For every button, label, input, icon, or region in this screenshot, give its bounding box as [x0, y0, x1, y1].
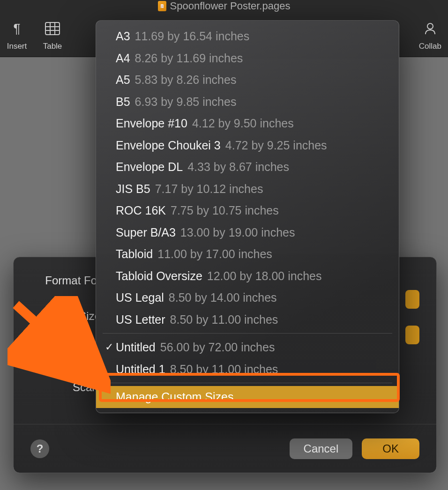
svg-point-5 [427, 23, 433, 29]
menu-item-name: Untitled [116, 340, 156, 355]
dialog-footer: ? Cancel OK [14, 424, 436, 473]
menu-item-name: A5 [116, 72, 130, 88]
menu-item[interactable]: Envelope Choukei 34.72 by 9.25 inches [96, 134, 399, 156]
menu-item-name: Tabloid Oversize [116, 268, 202, 284]
menu-item-dims: 4.33 by 8.67 inches [187, 159, 289, 175]
menu-item-name: ROC 16K [116, 203, 166, 218]
window-title: Spoonflower Poster.pages [170, 0, 291, 12]
menu-item-dims: 8.50 by 11.00 inches [170, 312, 278, 327]
menu-item-name: Untitled 1 [116, 362, 165, 377]
menu-item-dims: 56.00 by 72.00 inches [160, 340, 275, 355]
menu-separator [103, 383, 392, 383]
collab-label: Collab [419, 42, 441, 51]
document-icon [158, 1, 166, 11]
menu-item-dims: 7.17 by 10.12 inches [155, 181, 263, 197]
menu-item[interactable]: B56.93 by 9.85 inches [96, 91, 399, 113]
menu-item[interactable]: A48.26 by 11.69 inches [96, 47, 399, 69]
menu-item-dims: 8.26 by 11.69 inches [135, 51, 243, 66]
menu-item-dims: 4.12 by 9.50 inches [192, 116, 294, 131]
menu-item-dims: 4.72 by 9.25 inches [225, 138, 327, 153]
menu-item-name: Envelope #10 [116, 116, 187, 131]
menu-item[interactable]: Tabloid Oversize12.00 by 18.00 inches [96, 265, 399, 287]
menu-item-dims: 5.83 by 8.26 inches [135, 72, 237, 88]
scale-label: Scale [30, 381, 101, 394]
format-for-label: Format For [30, 274, 101, 287]
svg-rect-0 [45, 22, 60, 35]
menu-item[interactable]: Super B/A313.00 by 19.00 inches [96, 222, 399, 244]
menu-item-name: Super B/A3 [116, 225, 176, 240]
menu-item-dims: 13.00 by 19.00 inches [180, 225, 295, 240]
menu-item-dims: 12.00 by 18.00 inches [207, 268, 322, 284]
paragraph-icon: ¶ [7, 18, 27, 39]
help-button[interactable]: ? [30, 439, 49, 458]
menu-item-manage-custom-sizes[interactable]: Manage Custom Sizes… [96, 386, 399, 408]
menu-item-name: A3 [116, 29, 130, 44]
collaborate-icon [420, 18, 441, 39]
menu-item-name: JIS B5 [116, 181, 150, 197]
menu-item-dims: 8.50 by 11.00 inches [170, 362, 278, 377]
menu-item[interactable]: JIS B57.17 by 10.12 inches [96, 178, 399, 200]
menu-item-dims: 11.69 by 16.54 inches [135, 29, 250, 44]
paper-size-label: Paper Size [30, 310, 101, 323]
table-button[interactable]: Table [42, 18, 63, 51]
menu-item[interactable]: US Letter8.50 by 11.00 inches [96, 309, 399, 331]
menu-item-dims: 11.00 by 17.00 inches [157, 246, 272, 262]
checkmark-icon: ✓ [103, 341, 116, 354]
menu-item[interactable]: ✓Untitled56.00 by 72.00 inches [96, 336, 399, 358]
menu-separator [103, 333, 392, 334]
menu-item[interactable]: Untitled 18.50 by 11.00 inches [96, 358, 399, 380]
orientation-label: Orientation [30, 345, 101, 358]
table-label: Table [43, 42, 62, 51]
menu-item-name: B5 [116, 94, 130, 110]
table-icon [42, 18, 63, 39]
menu-item-dims: 6.93 by 9.85 inches [135, 94, 237, 110]
menu-item-name: Tabloid [116, 246, 153, 262]
menu-item[interactable]: A55.83 by 8.26 inches [96, 69, 399, 91]
menu-item[interactable]: ROC 16K7.75 by 10.75 inches [96, 200, 399, 222]
ok-button[interactable]: OK [362, 438, 419, 459]
menu-item-name: US Letter [116, 312, 165, 327]
paper-size-popup[interactable] [405, 326, 419, 344]
menu-item[interactable]: US Legal8.50 by 14.00 inches [96, 287, 399, 309]
menu-item-name: Envelope DL [116, 159, 183, 175]
format-for-popup[interactable] [405, 290, 419, 309]
menu-item[interactable]: Tabloid11.00 by 17.00 inches [96, 243, 399, 265]
menu-item[interactable]: Envelope DL4.33 by 8.67 inches [96, 156, 399, 178]
menu-item[interactable]: A311.69 by 16.54 inches [96, 25, 399, 47]
menu-item-name: US Legal [116, 290, 164, 305]
menu-item-dims: 8.50 by 14.00 inches [169, 290, 277, 305]
menu-item[interactable]: Envelope #104.12 by 9.50 inches [96, 112, 399, 134]
paper-size-menu: A311.69 by 16.54 inchesA48.26 by 11.69 i… [96, 20, 399, 413]
window-title-bar: Spoonflower Poster.pages [0, 0, 448, 12]
collab-button[interactable]: Collab [419, 18, 441, 51]
menu-item-name: Manage Custom Sizes… [116, 389, 246, 405]
cancel-button[interactable]: Cancel [290, 438, 353, 459]
menu-item-dims: 7.75 by 10.75 inches [171, 203, 279, 218]
insert-label: Insert [7, 42, 27, 51]
insert-button[interactable]: ¶ Insert [7, 18, 27, 51]
menu-item-name: Envelope Choukei 3 [116, 138, 221, 153]
menu-item-name: A4 [116, 51, 130, 66]
